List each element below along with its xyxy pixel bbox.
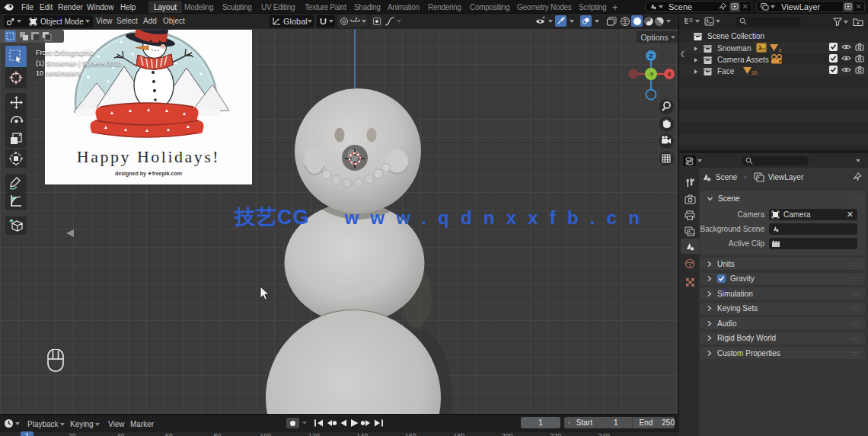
svg-text:-Y: -Y (649, 72, 654, 77)
svg-text:Z: Z (649, 53, 653, 59)
svg-text:3: 3 (779, 48, 782, 53)
svg-text:X: X (668, 72, 672, 77)
svg-text:10: 10 (752, 70, 758, 75)
